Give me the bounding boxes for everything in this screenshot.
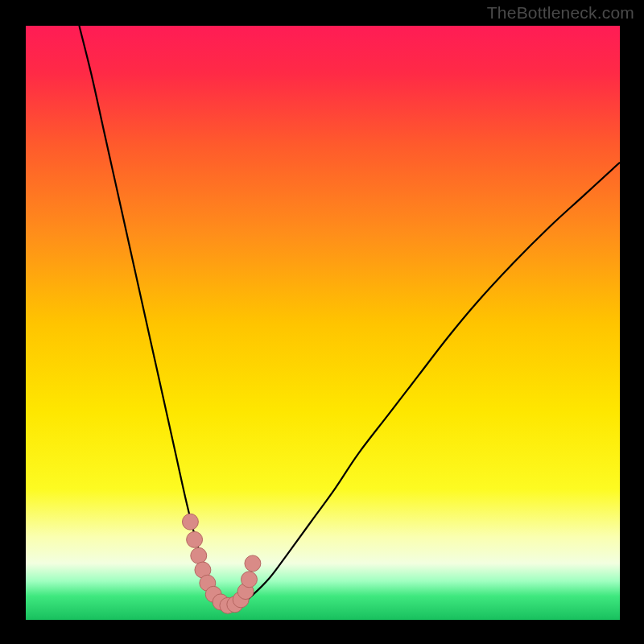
- valley-marker-dot: [187, 531, 203, 547]
- watermark-text: TheBottleneck.com: [487, 3, 634, 23]
- valley-marker-dot: [245, 555, 261, 572]
- valley-marker-dot: [182, 514, 198, 530]
- valley-marker-dot: [242, 572, 258, 588]
- chart-stage: TheBottleneck.com: [0, 0, 644, 644]
- chart-svg: [0, 0, 644, 644]
- valley-marker-dot: [191, 547, 207, 564]
- plot-background: [26, 26, 620, 620]
